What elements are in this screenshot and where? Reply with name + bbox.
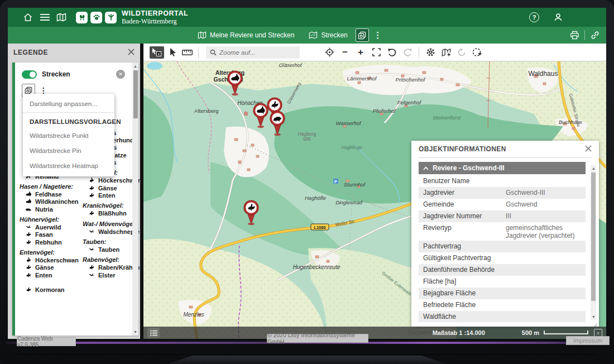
scroll-up-icon[interactable]: ▲ xyxy=(591,166,596,170)
hare-icon xyxy=(25,198,32,205)
home-icon[interactable] xyxy=(22,12,33,23)
info-row-label: Fläche [ha] xyxy=(423,277,506,285)
info-row: Reviertypgemeinschaftliches Jagdrevier (… xyxy=(419,222,586,241)
info-row-label: Bejagbare Fläche xyxy=(423,289,506,297)
info-row: JagdrevierGschwend-III xyxy=(419,187,586,199)
menu-icon[interactable] xyxy=(39,12,50,23)
full-extent-button[interactable] xyxy=(370,46,382,59)
pawprint-icon xyxy=(90,12,102,23)
tab-meine-reviere[interactable]: Meine Reviere und Strecken xyxy=(198,31,294,39)
search-input[interactable] xyxy=(219,49,292,56)
help-icon[interactable]: ? xyxy=(529,12,539,22)
object-info-close-icon[interactable] xyxy=(585,144,592,154)
info-row-value: Gschwend-III xyxy=(506,189,581,197)
display-templates-button[interactable] xyxy=(356,28,369,42)
selection-filter-tool[interactable] xyxy=(471,46,483,59)
print-icon[interactable] xyxy=(569,30,580,41)
legend-item-label: Enten xyxy=(35,272,52,279)
map-label: Pfeiferhof xyxy=(373,108,396,114)
map-label: Steinenforst xyxy=(433,114,461,121)
legend-item: Kormoran xyxy=(20,286,82,294)
map-label: Hagklinge xyxy=(341,145,362,150)
menu-item-customize[interactable]: Darstellung anpassen... xyxy=(23,96,114,111)
info-cursor-tool[interactable]: i xyxy=(150,46,164,59)
scale-label: Maßstab 1 :14.000 xyxy=(433,329,485,336)
info-row: Datenführende Behörde xyxy=(419,264,586,276)
map-nav-bar: Meine Reviere und Strecken Strecken ⋮ xyxy=(8,27,606,44)
legend-category: Hasen / Nagetiere: xyxy=(20,183,82,190)
brand-subtitle: Baden-Württemberg xyxy=(122,18,188,25)
style-dropdown-menu: Darstellung anpassen... DARSTELLUNGSVORL… xyxy=(23,94,114,176)
remove-layer-icon[interactable]: ✕ xyxy=(116,70,125,79)
scroll-down-icon[interactable]: ▼ xyxy=(591,315,596,319)
measure-tool[interactable] xyxy=(181,46,193,59)
monitor-bezel: WILDTIERPORTAL Baden-Württemberg ? Meine… xyxy=(0,0,614,364)
info-row-label: Jagdrevier Nummer xyxy=(423,212,506,220)
object-group-header[interactable]: Reviere - Gschwend-III xyxy=(419,162,586,174)
redo-button[interactable] xyxy=(401,46,414,59)
svg-text:L1080: L1080 xyxy=(314,225,325,230)
screen: WILDTIERPORTAL Baden-Württemberg ? Meine… xyxy=(8,8,606,339)
scroll-up-icon[interactable]: ▲ xyxy=(133,64,138,68)
map-status-bar: Maßstab 1 :14.000 500 m x xyxy=(143,327,606,339)
tab-label: Strecken xyxy=(321,31,347,39)
bird-icon xyxy=(88,192,95,199)
legend-item-label: Höckerschwan xyxy=(35,257,79,264)
scroll-down-icon[interactable]: ▼ xyxy=(133,330,138,334)
settings-tool[interactable] xyxy=(424,46,436,59)
info-row: Pachtvertrag xyxy=(419,241,586,252)
layer-label: Strecken xyxy=(42,70,70,78)
legend-item-label: Elster xyxy=(98,272,116,279)
resize-handle[interactable] xyxy=(593,320,598,325)
flyer-icon xyxy=(88,246,95,253)
locate-tool[interactable] xyxy=(323,46,335,59)
zoom-in-button[interactable]: + xyxy=(354,46,367,59)
strecken-layer-toggle[interactable] xyxy=(22,70,37,79)
menu-divider xyxy=(23,112,114,113)
svg-text:P: P xyxy=(334,179,337,184)
scroll-thumb[interactable] xyxy=(591,173,596,301)
info-row: Befriedete Fläche xyxy=(419,299,586,311)
road-badge: L1080 xyxy=(311,224,329,230)
bezel-groove xyxy=(17,354,597,355)
layer-list-icon[interactable] xyxy=(147,328,160,338)
birdfoot-icon xyxy=(105,12,117,23)
menu-option[interactable]: Wildartstrecke Pin xyxy=(23,143,114,158)
impressum-link[interactable]: Impressum xyxy=(566,336,610,345)
add-map-tool[interactable] xyxy=(440,46,452,59)
menu-option[interactable]: Wildartstrecke Punkt xyxy=(23,128,114,143)
zoom-out-button[interactable]: − xyxy=(339,46,351,59)
object-info-panel: OBJEKTINFORMATIONEN Reviere - Gschwend-I… xyxy=(411,141,599,327)
map-label: Lämmershof xyxy=(347,75,377,82)
zoom-search-box[interactable] xyxy=(206,46,300,59)
map-label: Sturmhof xyxy=(344,181,366,188)
map-canvas[interactable]: P L1080 AltersbergGschwendGläserhofWaldh… xyxy=(143,61,606,339)
scale-bar xyxy=(544,331,588,334)
info-row-label: Reviertyp xyxy=(423,224,506,232)
legend-scrollbar[interactable]: ▲ ▼ xyxy=(132,63,138,336)
map-area: i − xyxy=(143,44,606,339)
refresh-tool[interactable] xyxy=(455,46,468,59)
layer-kebab-menu[interactable]: ⋮ xyxy=(372,28,383,42)
share-link-icon[interactable] xyxy=(589,30,601,41)
scroll-thumb[interactable] xyxy=(133,70,138,118)
legend-item: Gänse xyxy=(20,264,82,271)
user-icon[interactable] xyxy=(553,12,564,23)
map-icon[interactable] xyxy=(56,12,67,23)
undo-button[interactable] xyxy=(386,46,398,59)
legend-spacer xyxy=(20,279,82,286)
separator xyxy=(584,30,585,40)
select-cursor-tool[interactable] xyxy=(167,46,179,59)
legend-item: Nutria xyxy=(20,205,82,213)
bird-icon xyxy=(88,264,95,271)
tab-strecken[interactable]: Strecken xyxy=(309,31,347,39)
info-row: Gültigkeit Pachtvertrag xyxy=(419,252,586,264)
object-info-scrollbar[interactable]: ▲ ▼ xyxy=(591,165,596,320)
menu-section-header: DARSTELLUNGSVORLAGEN xyxy=(23,114,114,128)
info-row-label: Pachtvertrag xyxy=(423,242,506,250)
parking-icon: P xyxy=(333,179,338,184)
legend-close-icon[interactable] xyxy=(128,47,135,58)
legend-item: Feldhase xyxy=(20,190,82,198)
legend-item-label: Bläßhuhn xyxy=(98,210,127,217)
menu-option[interactable]: Wildartstrecke Heatmap xyxy=(23,158,114,173)
